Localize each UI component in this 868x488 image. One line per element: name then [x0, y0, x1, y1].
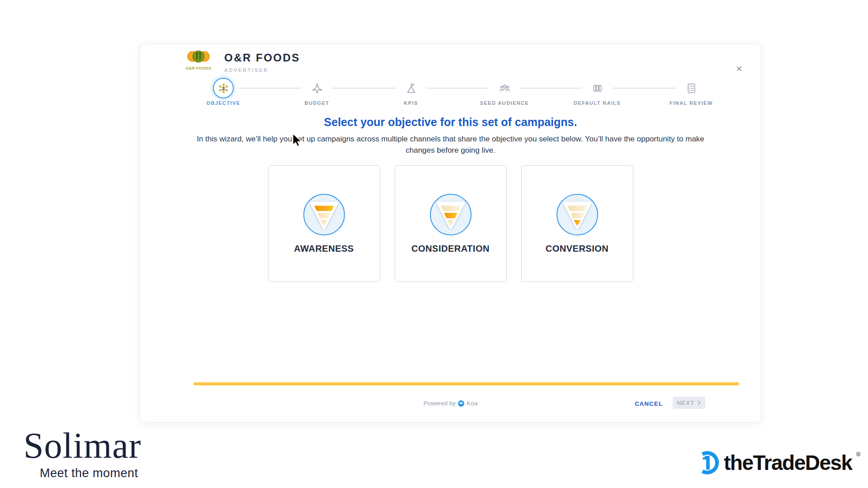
stepper-connector — [426, 88, 489, 89]
solimar-branding: Solimar Meet the moment — [24, 427, 141, 480]
advertiser-type-label: ADVERTISER — [224, 67, 300, 73]
wizard-progress-bar — [193, 382, 739, 385]
stepper-step-budget[interactable]: BUDGET — [281, 77, 353, 109]
stepper-label: FINAL REVIEW — [655, 100, 727, 106]
stepper-connector — [332, 88, 396, 89]
stepper-step-final-review[interactable]: FINAL REVIEW — [655, 77, 727, 109]
objective-label: AWARENESS — [269, 244, 380, 254]
stepper-label: BUDGET — [281, 100, 353, 106]
chevron-right-icon — [697, 400, 701, 405]
stepper-label: OBJECTIVE — [187, 100, 259, 106]
objective-label: CONVERSION — [522, 244, 633, 254]
objective-label: CONSIDERATION — [395, 244, 506, 254]
close-icon[interactable]: × — [733, 62, 745, 75]
advertiser-header: O&R FOODS ADVERTISER — [224, 52, 300, 73]
funnel-consideration-icon — [430, 194, 472, 235]
objective-card-consideration[interactable]: CONSIDERATION — [395, 165, 507, 282]
koa-label: Koa — [467, 400, 477, 407]
objective-cards: AWARENESS CONSIDERATION — [140, 165, 761, 282]
registered-mark: ® — [856, 451, 861, 458]
objective-network-icon — [213, 78, 234, 99]
stepper-connector — [613, 88, 676, 89]
trade-desk-wordmark: theTradeDesk — [724, 450, 852, 475]
stepper-step-seed-audience[interactable]: SEED AUDIENCE — [468, 77, 541, 109]
powered-by-text: Powered by — [424, 400, 456, 407]
next-button-label: NEXT — [677, 399, 694, 406]
or-foods-logo-icon — [187, 51, 210, 65]
mouse-cursor — [292, 134, 304, 147]
funnel-conversion-icon — [557, 194, 598, 235]
cancel-button[interactable]: CANCEL — [628, 400, 669, 407]
stepper-connector — [239, 88, 302, 89]
advertiser-logo: O&R FOODS — [185, 51, 212, 70]
funnel-awareness-icon — [303, 194, 345, 235]
campaign-wizard-modal: O&R FOODS O&R FOODS ADVERTISER × — [140, 44, 761, 422]
trade-desk-branding: theTradeDesk ® — [694, 450, 860, 475]
trade-desk-logo-icon — [694, 450, 720, 475]
stepper-step-default-rails[interactable]: DEFAULT RAILS — [561, 77, 633, 109]
stepper-label: KPIS — [375, 100, 447, 106]
solimar-wordmark: Solimar — [24, 427, 141, 465]
page-title: Select your objective for this set of ca… — [140, 116, 761, 129]
next-button[interactable]: NEXT — [673, 397, 705, 409]
page-subtitle: In this wizard, we’ll help you set up ca… — [140, 134, 761, 156]
objective-card-conversion[interactable]: CONVERSION — [521, 165, 633, 282]
stepper-step-objective[interactable]: OBJECTIVE — [187, 77, 259, 109]
koa-logo-icon — [458, 400, 464, 407]
stepper-label: SEED AUDIENCE — [468, 100, 541, 106]
logo-caption: O&R FOODS — [185, 66, 212, 70]
objective-card-awareness[interactable]: AWARENESS — [268, 165, 380, 282]
stepper-connector — [520, 88, 582, 89]
advertiser-name: O&R FOODS — [224, 52, 300, 64]
stepper-label: DEFAULT RAILS — [561, 100, 633, 106]
stepper-step-kpis[interactable]: KPIS — [375, 77, 447, 109]
solimar-tagline: Meet the moment — [40, 466, 141, 480]
